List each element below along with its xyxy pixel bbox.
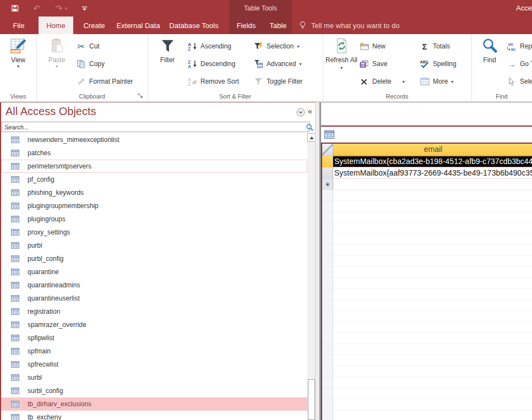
nav-item-label: tb_dirharv_exclusions [28, 400, 91, 408]
spelling-button[interactable]: ABCSpelling [420, 55, 470, 73]
filter-button[interactable]: Filter [153, 36, 182, 64]
selection-button[interactable]: Selection▾ [253, 37, 321, 55]
tab-table[interactable]: Table [265, 17, 291, 34]
go-to-button[interactable]: →Go To [507, 55, 532, 73]
refresh-all-button[interactable]: Refresh All ▾ [325, 36, 358, 71]
nav-item-registration[interactable]: registration [1, 305, 307, 318]
nav-item-purbl[interactable]: purbl [1, 239, 307, 252]
replace-icon: abac [507, 42, 517, 51]
more-button[interactable]: More▾ [420, 73, 470, 90]
object-tab-bar[interactable] [321, 127, 532, 143]
nav-item-proxy-settings[interactable]: proxy_settings [1, 226, 307, 239]
select-button[interactable]: Select [507, 73, 532, 90]
ascending-button[interactable]: AZAscending [187, 37, 252, 55]
search-icon[interactable] [306, 123, 313, 133]
nav-table-icon [10, 175, 20, 184]
qat-undo-button[interactable]: ↶ [32, 4, 42, 13]
empty-record-selector [322, 267, 333, 278]
nav-item-patches[interactable]: patches [1, 146, 307, 160]
table-cell-empty[interactable] [333, 179, 532, 190]
new-record-selector[interactable]: ✳ [322, 179, 333, 190]
nav-item-label: purbl_config [28, 255, 63, 263]
svg-text:ac: ac [511, 47, 515, 51]
empty-row [322, 267, 532, 278]
nav-pane-menu-button[interactable] [296, 108, 305, 119]
nav-table-icon [10, 347, 20, 356]
empty-cell [333, 410, 532, 420]
table-object-tab-icon[interactable] [324, 130, 334, 139]
shutter-bar-collapse-button[interactable]: « [308, 107, 312, 116]
empty-cell [333, 399, 532, 410]
empty-row [322, 300, 532, 311]
advanced-button[interactable]: Advanced▾ [253, 55, 321, 73]
toggle-filter-button[interactable]: Toggle Filter [253, 73, 321, 90]
tab-create[interactable]: Create [78, 17, 111, 34]
empty-cell [333, 388, 532, 399]
search-input[interactable] [2, 122, 310, 132]
nav-table-icon [10, 149, 20, 158]
empty-record-selector [322, 311, 333, 322]
nav-item-spfipwlist[interactable]: spfipwlist [1, 331, 307, 345]
nav-item-spfrecwlist[interactable]: spfrecwlist [1, 358, 307, 371]
descending-button[interactable]: ZADescending [187, 55, 252, 73]
table-cell-email[interactable]: SystemMailbox{cba2ad3e-b198-4512-afb9-c7… [333, 156, 532, 167]
find-button[interactable]: Find [475, 36, 504, 64]
empty-row [322, 256, 532, 267]
nav-item-quarantineuserlist[interactable]: quarantineuserlist [1, 292, 307, 305]
nav-item-quarantineadmins[interactable]: quarantineadmins [1, 279, 307, 292]
nav-item-plugingroups[interactable]: plugingroups [1, 212, 307, 226]
table-cell-email[interactable]: SystemMailbox{aaf93773-2669-4435-be49-17… [333, 167, 532, 179]
tab-file[interactable]: File [4, 17, 33, 34]
button-label: Save [372, 60, 387, 68]
view-button[interactable]: View▾ [3, 36, 33, 69]
dropdown-caret-icon: ▾ [17, 64, 19, 69]
tell-me-box[interactable]: Tell me what you want to do [297, 17, 399, 34]
empty-row [322, 190, 532, 201]
select-all-cell[interactable] [322, 144, 333, 156]
nav-item-quarantine[interactable]: quarantine [1, 265, 307, 279]
nav-item-newsenders-mimeexceptionlist[interactable]: newsenders_mimeexceptionlist [1, 133, 307, 146]
format-painter-button[interactable]: Format Painter [76, 73, 145, 90]
nav-item-perimetersmtpservers[interactable]: perimetersmtpservers [1, 160, 307, 173]
save-button[interactable]: Save [359, 55, 419, 73]
nav-item-spfmain[interactable]: spfmain [1, 345, 307, 358]
button-label: Select [520, 78, 532, 85]
nav-item-purbl-config[interactable]: purbl_config [1, 252, 307, 265]
empty-record-selector [322, 234, 333, 245]
nav-item-spamrazer-override[interactable]: spamrazer_override [1, 318, 307, 331]
record-selector[interactable] [322, 167, 333, 179]
copy-button[interactable]: Copy [76, 55, 145, 73]
delete-button[interactable]: Delete▾ [359, 73, 419, 90]
remove-sort-button[interactable]: AZRemove Sort [187, 73, 252, 90]
nav-item-tb-exchenv[interactable]: tb_exchenv [1, 411, 307, 420]
record-selector[interactable] [322, 156, 333, 167]
dialog-launcher-icon[interactable] [137, 92, 144, 99]
button-label: Spelling [433, 60, 457, 68]
paste-button[interactable]: Paste▾ [43, 36, 70, 69]
spelling-icon: ABC [420, 59, 430, 69]
nav-item-label: spfipwlist [28, 334, 55, 342]
nav-item-phishing-keywords[interactable]: phishing_keywords [1, 186, 307, 199]
qat-redo-button[interactable]: ↷▾ [54, 4, 67, 13]
cut-button[interactable]: ✂Cut [76, 37, 145, 55]
qat-save-button[interactable] [10, 4, 20, 13]
nav-item-tb-dirharv-exclusions[interactable]: tb_dirharv_exclusions [1, 397, 307, 411]
tab-database-tools[interactable]: Database Tools [166, 17, 221, 34]
pane-splitter[interactable] [315, 102, 321, 420]
nav-item-label: surbl_config [28, 387, 63, 395]
tab-fields[interactable]: Fields [231, 17, 262, 34]
totals-button[interactable]: ΣTotals [420, 37, 470, 55]
scrollbar-thumb[interactable] [308, 379, 315, 420]
datasheet-row: SystemMailbox{cba2ad3e-b198-4512-afb9-c7… [322, 156, 532, 167]
tab-home[interactable]: Home [39, 17, 73, 34]
nav-item-surbl-config[interactable]: surbl_config [1, 384, 307, 397]
qat-customize-button[interactable] [79, 4, 89, 13]
nav-item-pf-config[interactable]: pf_config [1, 173, 307, 186]
replace-button[interactable]: abacReplace [507, 37, 532, 55]
nav-item-surbl[interactable]: surbl [1, 371, 307, 384]
button-label: Find [483, 57, 496, 64]
nav-item-plugingroupmembership[interactable]: plugingroupmembership [1, 199, 307, 212]
new-button[interactable]: New [359, 37, 419, 55]
tab-external-data[interactable]: External Data [113, 17, 164, 34]
column-header-email[interactable]: email [333, 144, 532, 156]
